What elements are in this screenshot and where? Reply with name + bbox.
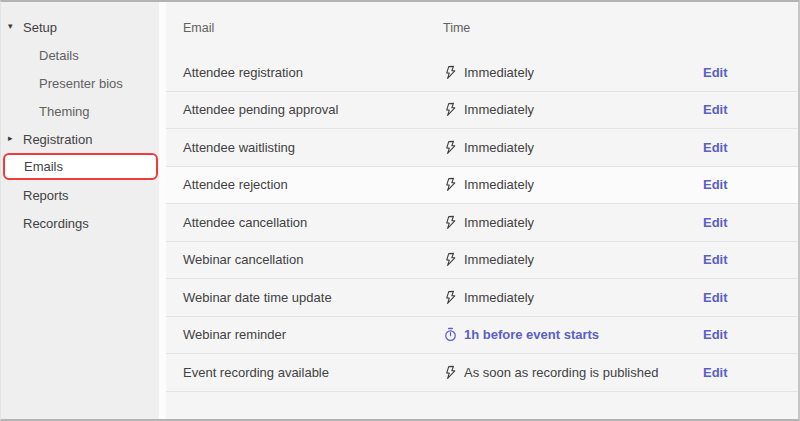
- timer-icon: [443, 327, 458, 342]
- webinar-settings-window: ▾ Setup Details Presenter bios Theming ▸…: [0, 0, 800, 421]
- time-value: Immediately: [464, 215, 534, 230]
- sidebar-item-presenter-bios[interactable]: Presenter bios: [1, 69, 159, 97]
- email-name: Event recording available: [183, 365, 443, 380]
- time-value: 1h before event starts: [464, 327, 599, 342]
- email-name: Attendee cancellation: [183, 215, 443, 230]
- table-row: Event recording available As soon as rec…: [166, 354, 798, 392]
- sidebar-item-label: Reports: [23, 188, 69, 203]
- table-header: Email Time: [166, 2, 798, 54]
- sidebar-item-recordings[interactable]: Recordings: [1, 209, 159, 237]
- sidebar-item-registration[interactable]: ▸ Registration: [1, 125, 159, 153]
- sidebar-item-label: Registration: [23, 132, 92, 147]
- time-value: Immediately: [464, 290, 534, 305]
- flash-icon: [443, 102, 458, 117]
- table-row: Attendee registration Immediately Edit: [166, 54, 798, 92]
- time-cell: Immediately: [443, 215, 703, 230]
- time-value: Immediately: [464, 140, 534, 155]
- caret-right-icon: ▸: [8, 134, 13, 143]
- edit-button[interactable]: Edit: [703, 327, 728, 342]
- sidebar-item-label: Presenter bios: [39, 76, 123, 91]
- flash-icon: [443, 290, 458, 305]
- time-value: Immediately: [464, 177, 534, 192]
- sidebar-item-setup[interactable]: ▾ Setup: [1, 13, 159, 41]
- email-name: Attendee pending approval: [183, 102, 443, 117]
- sidebar-item-label: Setup: [23, 20, 57, 35]
- sidebar-nav: ▾ Setup Details Presenter bios Theming ▸…: [1, 2, 159, 419]
- edit-button[interactable]: Edit: [703, 252, 728, 267]
- table-row: Attendee cancellation Immediately Edit: [166, 204, 798, 242]
- sidebar-item-reports[interactable]: Reports: [1, 181, 159, 209]
- flash-icon: [443, 365, 458, 380]
- panel-divider: [159, 2, 166, 419]
- sidebar-item-label: Emails: [24, 159, 63, 174]
- time-cell: As soon as recording is published: [443, 365, 703, 380]
- table-row: Attendee rejection Immediately Edit: [166, 167, 798, 205]
- sidebar-item-label: Theming: [39, 104, 90, 119]
- edit-button[interactable]: Edit: [703, 215, 728, 230]
- time-value: Immediately: [464, 252, 534, 267]
- edit-button[interactable]: Edit: [703, 65, 728, 80]
- sidebar-item-theming[interactable]: Theming: [1, 97, 159, 125]
- time-cell: Immediately: [443, 140, 703, 155]
- table-row: Webinar date time update Immediately Edi…: [166, 279, 798, 317]
- flash-icon: [443, 140, 458, 155]
- email-name: Attendee rejection: [183, 177, 443, 192]
- time-value: Immediately: [464, 65, 534, 80]
- flash-icon: [443, 177, 458, 192]
- email-name: Attendee waitlisting: [183, 140, 443, 155]
- edit-button[interactable]: Edit: [703, 177, 728, 192]
- time-cell: 1h before event starts: [443, 327, 703, 342]
- email-name: Webinar reminder: [183, 327, 443, 342]
- time-cell: Immediately: [443, 177, 703, 192]
- email-name: Webinar cancellation: [183, 252, 443, 267]
- sidebar-item-label: Details: [39, 48, 79, 63]
- time-cell: Immediately: [443, 290, 703, 305]
- column-header-email: Email: [183, 21, 443, 35]
- flash-icon: [443, 65, 458, 80]
- email-name: Webinar date time update: [183, 290, 443, 305]
- sidebar-item-label: Recordings: [23, 216, 89, 231]
- table-row: Attendee pending approval Immediately Ed…: [166, 92, 798, 130]
- time-value: As soon as recording is published: [464, 365, 658, 380]
- time-value: Immediately: [464, 102, 534, 117]
- table-row: Attendee waitlisting Immediately Edit: [166, 129, 798, 167]
- email-name: Attendee registration: [183, 65, 443, 80]
- table-row: Webinar reminder 1h before event starts …: [166, 317, 798, 355]
- emails-panel: Email Time Attendee registration Immedia…: [166, 2, 798, 419]
- caret-down-icon: ▾: [8, 22, 13, 31]
- time-cell: Immediately: [443, 65, 703, 80]
- time-cell: Immediately: [443, 102, 703, 117]
- edit-button[interactable]: Edit: [703, 140, 728, 155]
- column-header-time: Time: [443, 21, 703, 35]
- sidebar-item-emails[interactable]: Emails: [3, 153, 158, 180]
- flash-icon: [443, 252, 458, 267]
- time-cell: Immediately: [443, 252, 703, 267]
- email-table-body: Attendee registration Immediately Edit A…: [166, 54, 798, 392]
- sidebar-item-details[interactable]: Details: [1, 41, 159, 69]
- edit-button[interactable]: Edit: [703, 102, 728, 117]
- edit-button[interactable]: Edit: [703, 290, 728, 305]
- edit-button[interactable]: Edit: [703, 365, 728, 380]
- table-row: Webinar cancellation Immediately Edit: [166, 242, 798, 280]
- flash-icon: [443, 215, 458, 230]
